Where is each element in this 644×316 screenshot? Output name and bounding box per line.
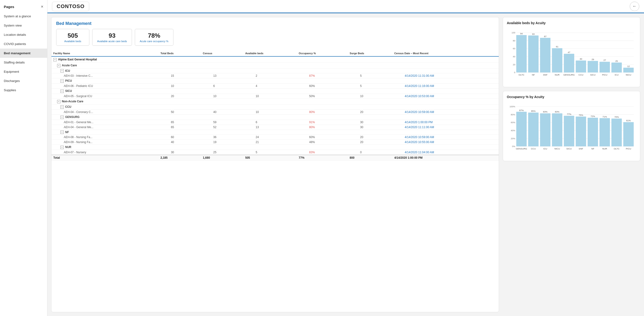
occupancy-pct: 80% (297, 110, 348, 114)
bar-NF (588, 118, 598, 146)
bar-value-NICU: 83% (555, 110, 560, 113)
sidebar-item-staffing-details[interactable]: Staffing details (0, 58, 47, 67)
table-row-6: −SICU (52, 88, 499, 94)
bar-value-SNF: 75% (578, 114, 583, 116)
bar-value-NUR: 61 (556, 45, 558, 48)
bar-SNF (576, 116, 586, 146)
bar-label-NICU: NICU (554, 147, 560, 150)
available-beds: 2 (243, 74, 297, 78)
surge-beds: 30 (348, 120, 392, 124)
sidebar-item-discharges[interactable]: Discharges (0, 76, 47, 86)
expand-icon[interactable]: − (53, 58, 57, 61)
bar-label-PICU: PICU (602, 74, 608, 76)
stats-row: 505Available beds93Available acute care … (56, 29, 494, 46)
expand-icon[interactable]: − (60, 106, 64, 109)
surge-beds: 20 (348, 140, 392, 145)
occupancy-pct: 48% (297, 140, 348, 145)
expand-icon[interactable]: − (60, 146, 64, 149)
sidebar-item-location-details[interactable]: Location details (0, 30, 47, 39)
bar-value-NUR: 71% (602, 115, 607, 118)
sidebar-item-supplies[interactable]: Supplies (0, 86, 47, 95)
col-header-5: Surge Beds (348, 50, 392, 56)
bar-NF (528, 36, 538, 72)
available-beds-chart-area: 02040608010094OLTC93NF87SNF61NUR47GENSUR… (507, 28, 636, 83)
bar-value-PICU: 61% (626, 119, 631, 122)
expand-icon[interactable]: − (60, 79, 64, 83)
expand-icon[interactable]: − (60, 69, 64, 72)
sidebar-item-covid-patients[interactable]: COVID patients (0, 39, 47, 48)
census-date: 4/14/2020 1:00:00 PM (392, 120, 499, 124)
total-census: 1,680 (201, 155, 243, 160)
expand-icon[interactable]: − (60, 90, 64, 93)
col-header-2: Census (201, 50, 243, 56)
back-button[interactable]: ← (630, 2, 639, 11)
stat-card-2: 78%Acute care occupancy % (135, 29, 174, 46)
facility-name: AEH-09 - Nursing Fa... (52, 140, 158, 145)
stat-card-1: 93Available acute care beds (92, 29, 132, 46)
census-date: 4/14/2020 11:16:00 AM (392, 84, 499, 88)
total-beds: 30 (158, 150, 201, 155)
svg-text:40: 40 (513, 55, 515, 58)
expand-icon[interactable]: − (57, 64, 60, 67)
expand-icon[interactable]: − (60, 130, 64, 134)
bar-value-NICU: 12 (627, 65, 630, 68)
stat-label-2: Acute care occupancy % (140, 40, 168, 43)
census-date: 4/14/2020 11:04:00 AM (392, 150, 499, 155)
group-cell: −Alpine East General Hospital (52, 56, 499, 62)
sidebar-item-system-view[interactable]: System view (0, 21, 47, 30)
bar-value-ICU: 25 (615, 60, 618, 62)
census-date: 4/14/2020 10:53:00 AM (392, 94, 499, 99)
bar-label-NUR: NUR (555, 74, 560, 76)
occupancy-pct: 50% (297, 94, 348, 99)
total-beds: 2,185 (158, 155, 201, 160)
bar-NICU (624, 68, 634, 72)
occupancy-pct-chart-area: 0%20%40%60%80%100%87%GENSURG85%CCU83%ICU… (507, 102, 636, 157)
subsubgroup-cell: −CCU (52, 104, 499, 110)
bar-label-GENSURG: GENSURG (516, 147, 527, 150)
subgroup-cell: −Acute Care (52, 62, 499, 68)
bar-label-SNF: SNF (543, 74, 548, 76)
bar-SICU (588, 61, 598, 72)
census-date: 4/14/2020 10:59:00 AM (392, 135, 499, 140)
census-date: 4/14/2020 10:59:00 AM (392, 110, 499, 114)
total-beds: 65 (158, 120, 201, 124)
bed-management-header: Bed Management 505Available beds93Availa… (52, 17, 499, 50)
census: 40 (201, 110, 243, 114)
occupancy-pct-chart-card: Occupancy % by Acuity 0%20%40%60%80%100%… (503, 91, 640, 161)
table-row-18: AEH-07 - Nursery 30 25 5 83% 0 4/14/2020… (52, 150, 499, 155)
subsubgroup-cell: −NF (52, 130, 499, 135)
svg-text:100%: 100% (510, 105, 516, 108)
subsubgroup-cell: −GENSURG (52, 114, 499, 120)
app-title: CONTOSO (52, 2, 89, 11)
bar-value-PICU: 27 (604, 59, 606, 61)
sidebar-item-bed-management[interactable]: Bed management (0, 48, 47, 58)
census: 59 (201, 120, 243, 124)
bar-value-GENSURG: 87% (519, 109, 524, 112)
stat-value-1: 93 (97, 32, 127, 39)
bar-label-NUR: NUR (602, 147, 607, 150)
sidebar-item-system-at-a-glance[interactable]: System at a glance (0, 12, 47, 21)
expand-icon[interactable]: − (60, 116, 64, 119)
bar-label-GENSURG: GENSURG (564, 74, 575, 76)
bar-label-NF: NF (592, 147, 594, 150)
facility-name: AEH-06 - Pediatric ICU (52, 84, 158, 88)
sidebar-item-equipment[interactable]: Equipment (0, 67, 47, 76)
bar-CCU (576, 61, 586, 72)
svg-text:60: 60 (513, 47, 515, 50)
bar-SICU (564, 116, 574, 146)
svg-text:0: 0 (514, 71, 515, 74)
table-container[interactable]: Facility NameTotal BedsCensusAvailable b… (52, 50, 499, 312)
sidebar-header: Pages × (0, 0, 47, 12)
available-beds: 5 (243, 150, 297, 155)
surge-beds: 30 (348, 124, 392, 130)
total-beds: 20 (158, 94, 201, 99)
table-head: Facility NameTotal BedsCensusAvailable b… (52, 50, 499, 56)
sidebar-close-button[interactable]: × (41, 4, 43, 9)
table-row-2: −ICU (52, 68, 499, 74)
census-date: 4/14/2020 10:55:00 AM (392, 140, 499, 145)
bar-NUR (600, 118, 610, 146)
svg-text:80%: 80% (511, 113, 515, 116)
facility-name: AEH-03 - Intensive C... (52, 74, 158, 78)
census: 52 (201, 124, 243, 130)
expand-icon[interactable]: − (57, 100, 60, 103)
